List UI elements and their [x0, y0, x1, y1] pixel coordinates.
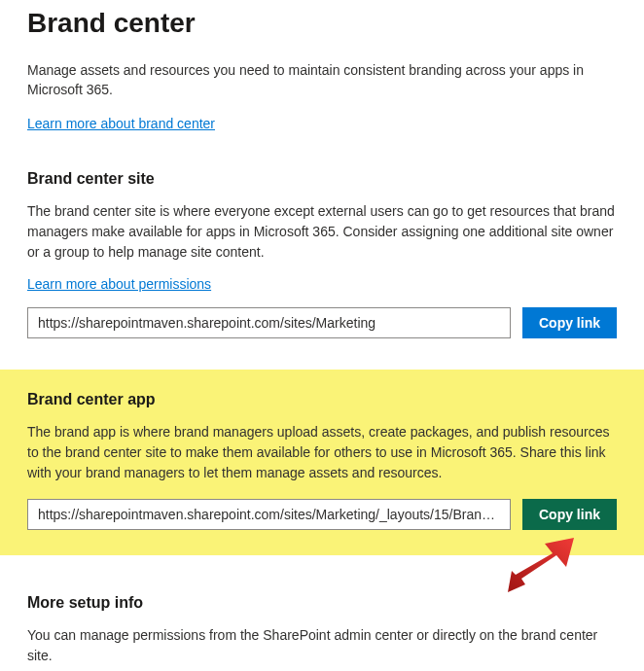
annotation-arrow-icon: [498, 536, 576, 594]
page-intro: Manage assets and resources you need to …: [27, 60, 617, 100]
app-section-desc: The brand app is where brand managers up…: [27, 422, 617, 483]
site-section-heading: Brand center site: [27, 170, 617, 188]
site-section-desc: The brand center site is where everyone …: [27, 201, 617, 263]
learn-more-permissions-link[interactable]: Learn more about permissions: [27, 276, 211, 292]
app-url-input[interactable]: [27, 499, 511, 530]
brand-center-site-section: Brand center site The brand center site …: [27, 170, 617, 338]
more-section-desc: You can manage permissions from the Shar…: [27, 625, 617, 666]
svg-marker-0: [508, 538, 574, 592]
more-setup-info-section: More setup info You can manage permissio…: [27, 594, 617, 666]
brand-center-app-section: Brand center app The brand app is where …: [0, 370, 644, 555]
copy-site-link-button[interactable]: Copy link: [522, 307, 617, 338]
app-section-heading: Brand center app: [27, 391, 617, 408]
copy-app-link-button[interactable]: Copy link: [522, 499, 617, 530]
site-url-input[interactable]: [27, 307, 511, 338]
page-title: Brand center: [27, 8, 617, 39]
learn-more-brand-center-link[interactable]: Learn more about brand center: [27, 116, 215, 131]
more-section-heading: More setup info: [27, 594, 617, 612]
